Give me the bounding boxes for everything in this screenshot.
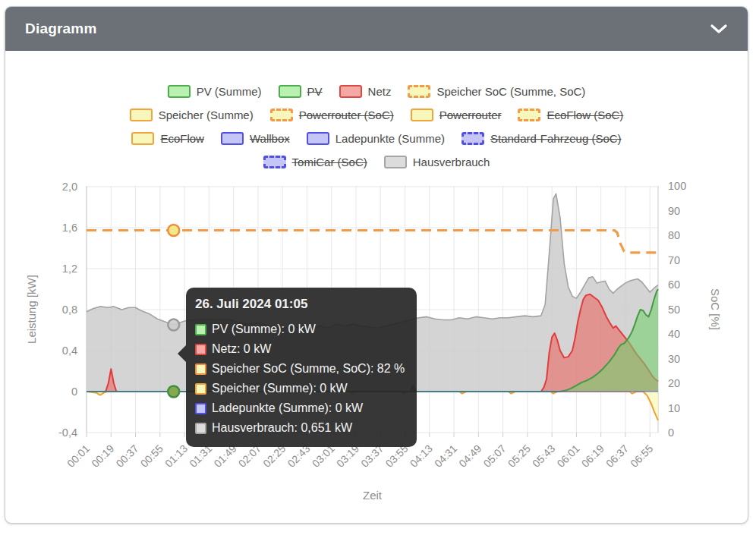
y-right-tick: 70 [668,254,680,266]
legend-swatch-icon [461,132,484,145]
legend-label: PV [307,85,323,98]
tooltip-text: Ladepunkte (Summe): 0 kW [212,398,363,418]
x-tick: 06:01 [554,442,581,470]
y-right-tick: 100 [668,180,686,192]
x-tick: 00:01 [65,442,92,470]
y-right-axis-title: SoC [%] [709,288,722,330]
x-tick: 06:55 [628,442,655,470]
legend-swatch-icon [411,109,433,121]
legend-item-tomicar-soc[interactable]: TomiCar (SoC) [263,156,367,168]
legend-swatch-icon [131,132,154,145]
tooltip-swatch-icon [195,383,206,395]
legend-label: Ladepunkte (Summe) [335,132,445,145]
legend-row: EcoFlowWallboxLadepunkte (Summe)Standard… [5,127,748,150]
legend-item-speicher-summe[interactable]: Speicher (Summe) [130,109,254,121]
y-right-tick: 30 [668,353,680,365]
chart-tooltip: 26. Juli 2024 01:05 PV (Summe): 0 kWNetz… [186,288,417,447]
chevron-down-icon[interactable] [710,24,728,34]
hover-marker-hausverbrauch [168,319,179,331]
legend-label: PV (Summe) [197,85,262,98]
x-tick: 01:13 [162,442,190,470]
legend-swatch-icon [307,132,329,145]
y-left-tick: 0,4 [62,345,77,357]
legend-label: EcoFlow (SoC) [547,109,623,121]
x-tick: 06:19 [579,442,606,470]
legend-item-powerrouter[interactable]: Powerrouter [411,109,502,121]
y-left-tick: 1,2 [62,263,77,275]
legend-swatch-icon [279,85,301,98]
legend-item-ladepunkte-summe[interactable]: Ladepunkte (Summe) [307,132,445,145]
y-right-tick: 50 [668,304,680,316]
tooltip-swatch-icon [195,344,206,355]
x-tick: 05:07 [481,442,509,470]
card-header[interactable]: Diagramm [5,7,748,51]
y-left-tick: 0 [71,386,77,398]
legend-label: Powerrouter (SoC) [299,109,394,121]
card-title: Diagramm [25,20,97,37]
tooltip-row: Speicher (Summe): 0 kW [195,379,406,398]
tooltip-text: Hausverbrauch: 0,651 kW [212,418,352,438]
legend-swatch-icon [518,109,540,121]
legend-label: EcoFlow [160,132,204,145]
legend-item-netz[interactable]: Netz [339,85,392,98]
legend-item-ecoflow[interactable]: EcoFlow [131,132,204,145]
x-tick: 00:19 [89,442,116,470]
legend-label: Powerrouter [439,109,502,121]
tooltip-row: Hausverbrauch: 0,651 kW [195,418,406,438]
tooltip-row: Ladepunkte (Summe): 0 kW [195,398,406,418]
x-tick: 00:37 [114,442,141,470]
tooltip-row: Speicher SoC (Summe, SoC): 82 % [195,359,406,379]
legend-item-powerrouter-soc[interactable]: Powerrouter (SoC) [270,109,394,121]
chart-legend: PV (Summe)PVNetzSpeicher SoC (Summe, SoC… [5,51,748,174]
hover-marker-pv-summe [168,386,179,398]
y-right-tick: 60 [668,279,680,291]
legend-item-ecoflow-soc[interactable]: EcoFlow (SoC) [518,109,623,121]
legend-label: Standard-Fahrzeug (SoC) [490,132,622,145]
tooltip-swatch-icon [195,423,206,434]
legend-swatch-icon [263,156,286,168]
x-tick: 04:31 [432,442,459,470]
legend-swatch-icon [384,156,407,168]
tooltip-swatch-icon [195,363,206,375]
tooltip-title: 26. Juli 2024 01:05 [195,297,406,312]
x-axis-title: Zeit [363,489,383,502]
legend-item-hausverbrauch[interactable]: Hausverbrauch [384,156,490,168]
x-tick: 04:49 [456,442,484,470]
x-tick: 06:37 [603,442,631,470]
legend-swatch-icon [408,85,430,98]
tooltip-swatch-icon [195,324,206,335]
tooltip-text: PV (Summe): 0 kW [212,319,316,339]
tooltip-text: Speicher (Summe): 0 kW [212,379,348,398]
y-right-tick: 40 [668,328,680,340]
legend-label: TomiCar (SoC) [292,156,367,168]
legend-swatch-icon [168,85,191,98]
tooltip-row: Netz: 0 kW [195,339,406,359]
legend-item-pv[interactable]: PV [279,85,323,98]
legend-label: Speicher (Summe) [159,109,254,121]
x-tick: 00:55 [138,442,165,470]
y-right-tick: 20 [668,377,680,389]
legend-item-speicher-soc-summe-soc[interactable]: Speicher SoC (Summe, SoC) [408,85,585,98]
y-left-axis-title: Leistung [kW] [25,275,38,344]
tooltip-row: PV (Summe): 0 kW [195,319,406,339]
tooltip-text: Speicher SoC (Summe, SoC): 82 % [212,359,405,379]
legend-item-wallbox[interactable]: Wallbox [221,132,290,145]
y-left-tick: 0,8 [62,304,77,316]
page: Diagramm PV (Summe)PVNetzSpeicher SoC (S… [0,0,756,535]
legend-label: Hausverbrauch [413,156,490,168]
tooltip-text: Netz: 0 kW [212,339,271,359]
legend-label: Speicher SoC (Summe, SoC) [436,85,585,98]
legend-row: TomiCar (SoC)Hausverbrauch [5,150,748,174]
legend-item-standard-fahrzeug-soc[interactable]: Standard-Fahrzeug (SoC) [461,132,622,145]
y-right-tick: 0 [668,426,674,439]
diagram-card: Diagramm PV (Summe)PVNetzSpeicher SoC (S… [5,6,748,524]
y-left-tick: -0,4 [58,426,77,439]
hover-marker-speicher-soc-summe-soc [168,225,179,236]
legend-label: Netz [368,85,392,98]
legend-label: Wallbox [250,132,290,145]
legend-item-pv-summe[interactable]: PV (Summe) [168,85,262,98]
legend-row: Speicher (Summe)Powerrouter (SoC)Powerro… [5,103,748,127]
y-left-tick: 2,0 [62,181,77,193]
y-right-tick: 80 [668,229,680,241]
tooltip-swatch-icon [195,403,206,414]
